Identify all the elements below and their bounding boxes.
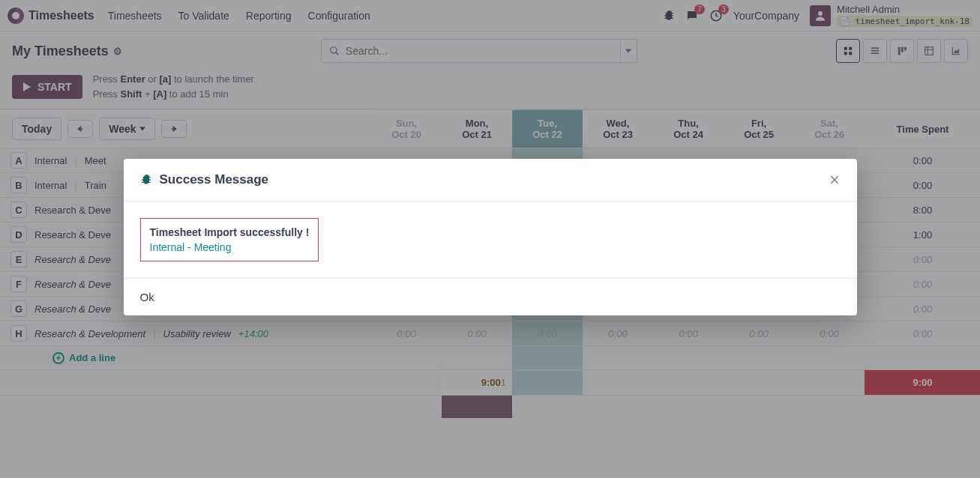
success-callout: Timesheet Import successfully ! Internal… bbox=[140, 218, 319, 261]
success-line-1: Timesheet Import successfully ! bbox=[150, 226, 310, 238]
bug-icon bbox=[140, 174, 152, 186]
modal-title: Success Message bbox=[160, 172, 269, 187]
modal-overlay: Success Message Timesheet Import success… bbox=[0, 0, 980, 478]
close-icon bbox=[829, 174, 841, 186]
close-button[interactable] bbox=[829, 174, 841, 186]
ok-button[interactable]: Ok bbox=[140, 291, 154, 303]
success-line-2[interactable]: Internal - Meeting bbox=[150, 241, 310, 253]
success-modal: Success Message Timesheet Import success… bbox=[124, 159, 857, 315]
